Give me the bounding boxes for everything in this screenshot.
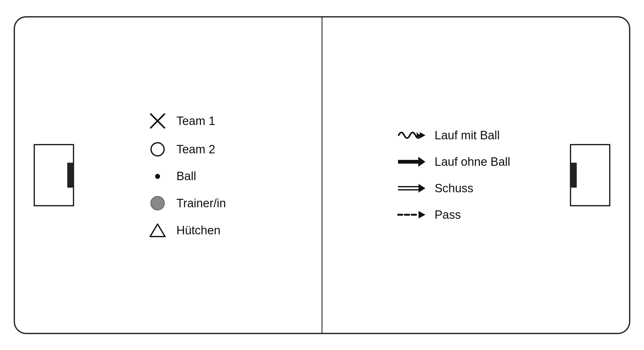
double-arrow-symbol (397, 183, 425, 194)
team2-label: Team 2 (176, 143, 215, 156)
wavy-arrow-symbol (397, 130, 425, 141)
trainer-symbol-container (148, 196, 167, 210)
svg-marker-6 (418, 157, 425, 167)
legend-item-team2: Team 2 (148, 142, 226, 156)
legend-item-ball: Ball (148, 170, 226, 183)
hutchen-label: Hütchen (176, 224, 220, 237)
legend-item-lauf-mit-ball: Lauf mit Ball (397, 129, 510, 142)
legend-item-schuss: Schuss (397, 182, 510, 195)
svg-marker-4 (420, 132, 425, 138)
team1-symbol (148, 113, 167, 129)
circle-icon (150, 142, 165, 156)
ball-icon (155, 174, 160, 179)
legend-right: Lauf mit Ball Lauf ohne Ball (397, 129, 510, 222)
hutchen-icon (149, 223, 166, 237)
x-icon (149, 113, 166, 129)
team1-label: Team 1 (176, 114, 215, 128)
legend-left: Team 1 Team 2 Ball Trai (148, 113, 226, 237)
legend-item-team1: Team 1 (148, 113, 226, 129)
legend-item-trainer: Trainer/in (148, 196, 226, 210)
svg-marker-11 (419, 211, 425, 218)
team2-symbol (148, 142, 167, 156)
pass-label: Pass (435, 208, 461, 222)
solid-arrow-symbol (397, 156, 425, 167)
svg-rect-5 (398, 160, 418, 164)
double-arrow-icon (397, 183, 425, 194)
hutchen-symbol-container (148, 223, 167, 237)
trainer-icon (150, 196, 165, 210)
legend-item-pass: Pass (397, 208, 510, 222)
goal-post-left (67, 163, 74, 188)
dashed-arrow-symbol (397, 209, 425, 220)
legend-item-hutchen: Hütchen (148, 223, 226, 237)
goal-post-right (570, 163, 577, 188)
lauf-mit-ball-label: Lauf mit Ball (435, 129, 500, 142)
left-panel: Team 1 Team 2 Ball Trai (15, 17, 322, 333)
ball-symbol-container (148, 174, 167, 179)
ball-label: Ball (176, 170, 196, 183)
schuss-label: Schuss (435, 182, 474, 195)
goal-left (34, 144, 74, 206)
solid-arrow-icon (397, 156, 425, 167)
wavy-arrow-icon (397, 130, 425, 141)
right-panel: Lauf mit Ball Lauf ohne Ball (322, 17, 629, 333)
lauf-ohne-ball-label: Lauf ohne Ball (435, 155, 510, 169)
goal-right (570, 144, 610, 206)
svg-marker-2 (150, 224, 165, 237)
dashed-arrow-icon (397, 209, 425, 220)
main-container: Team 1 Team 2 Ball Trai (14, 16, 630, 334)
legend-item-lauf-ohne-ball: Lauf ohne Ball (397, 155, 510, 169)
svg-marker-9 (419, 184, 425, 193)
trainer-label: Trainer/in (176, 197, 226, 210)
